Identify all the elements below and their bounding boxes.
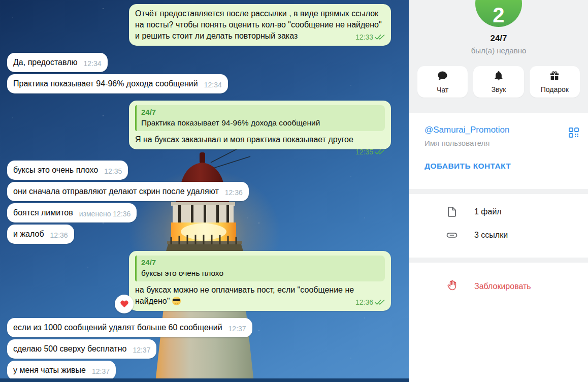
gift-icon <box>549 70 560 83</box>
message-bubble-outgoing[interactable]: 24/7буксы это очень плохона буксах можно… <box>129 251 391 311</box>
message-row: боятся лимитовизменено 12:36 <box>7 203 137 222</box>
message-bubble-outgoing[interactable]: 24/7Практика показывает 94-96% дохода со… <box>129 101 391 149</box>
shared-media-row[interactable]: 1 файл <box>409 200 588 224</box>
chat-icon <box>437 70 448 83</box>
message-text: Да, предоставлю <box>13 58 77 67</box>
message-text: и жалоб <box>13 230 44 238</box>
media-label: 1 файл <box>474 207 502 216</box>
action-label: Звук <box>492 85 506 93</box>
shared-media-row[interactable]: 3 ссылки <box>409 224 588 247</box>
message-meta: 12:36 <box>355 298 385 306</box>
section-divider <box>409 189 588 194</box>
message-text: если из 1000 сообщений удалят больше 60 … <box>13 323 222 332</box>
section-divider <box>409 258 588 263</box>
message-meta: 12:37 <box>228 325 246 333</box>
link-icon <box>446 229 458 241</box>
message-bubble-incoming[interactable]: Практика показывает 94-96% дохода сообще… <box>7 74 228 93</box>
message-text: Отчёт предоставляется после рассылки , в… <box>135 9 382 40</box>
message-text: Практика показывает 94-96% дохода сообще… <box>13 79 198 88</box>
chat-area: Отчёт предоставляется после рассылки , в… <box>0 0 409 382</box>
message-list: Отчёт предоставляется после рассылки , в… <box>0 0 409 382</box>
profile-actions: ЧатЗвукПодарок <box>409 66 588 98</box>
message-row: буксы это очень плохо12:35 <box>7 161 128 180</box>
sunglasses-emoji <box>172 297 181 305</box>
bell-icon <box>493 70 504 83</box>
message-time: 12:37 <box>228 325 246 333</box>
message-time: 12:35 <box>355 148 373 156</box>
avatar[interactable]: 2 <box>475 0 522 27</box>
message-row: у меня чаты живые12:37 <box>7 361 116 380</box>
message-time: 12:34 <box>204 81 222 89</box>
quote-text: буксы это очень плохо <box>141 268 380 278</box>
quote-author: 24/7 <box>141 107 380 117</box>
message-row: Практика показывает 94-96% дохода сообще… <box>7 74 228 93</box>
message-meta: 12:34 <box>83 59 101 68</box>
message-meta: 12:37 <box>92 367 110 375</box>
action-label: Чат <box>437 86 448 94</box>
reply-quote[interactable]: 24/7буксы это очень плохо <box>135 256 385 281</box>
message-row: и жалоб12:36 <box>7 225 74 244</box>
profile-name: 24/7 <box>409 34 588 44</box>
profile-panel: 2 24/7 был(а) недавно ЧатЗвукПодарок @Sa… <box>409 0 588 382</box>
profile-status: был(а) недавно <box>409 46 588 55</box>
message-time: 12:36 <box>355 298 373 306</box>
username-link[interactable]: @Samurai_Promotion <box>424 125 560 135</box>
message-meta: 12:36 <box>225 188 243 197</box>
message-time: 12:37 <box>92 367 110 375</box>
message-bubble-incoming[interactable]: если из 1000 сообщений удалят больше 60 … <box>7 318 252 337</box>
message-bubble-incoming[interactable]: сделаю 500 сверху бесплатно12:37 <box>7 339 156 359</box>
message-text: сделаю 500 сверху бесплатно <box>13 344 126 353</box>
profile-header: 2 24/7 был(а) недавно ЧатЗвукПодарок <box>409 0 588 113</box>
username-section: @Samurai_Promotion Имя пользователя ДОБА… <box>409 113 588 189</box>
add-contact-button[interactable]: ДОБАВИТЬ КОНТАКТ <box>424 162 511 171</box>
message-time: 12:37 <box>133 346 150 354</box>
block-user-button[interactable]: Заблокировать <box>409 275 588 298</box>
qr-code-icon[interactable] <box>567 125 581 141</box>
message-bubble-incoming[interactable]: и жалоб12:36 <box>7 225 74 244</box>
message-meta: 12:35 <box>355 148 385 156</box>
message-bubble-outgoing[interactable]: Отчёт предоставляется после рассылки , в… <box>129 4 391 46</box>
message-row: Отчёт предоставляется после рассылки , в… <box>129 4 391 46</box>
reply-quote[interactable]: 24/7Практика показывает 94-96% дохода со… <box>135 105 385 131</box>
message-bubble-incoming[interactable]: они сначала отправляют делают скрин посл… <box>7 182 249 201</box>
message-meta: 12:33 <box>355 33 385 41</box>
message-text: они сначала отправляют делают скрин посл… <box>13 187 219 196</box>
telegram-app: Отчёт предоставляется после рассылки , в… <box>0 0 588 382</box>
message-time: 12:36 <box>225 188 243 197</box>
block-label: Заблокировать <box>474 282 531 291</box>
file-icon <box>446 206 458 218</box>
sea-horizon <box>0 378 409 382</box>
message-text: на буксах можно не оплачивать пост, если… <box>135 285 354 305</box>
message-row: 24/7Практика показывает 94-96% дохода со… <box>129 101 391 153</box>
shared-media-section: 1 файл3 ссылки <box>409 194 588 258</box>
message-bubble-incoming[interactable]: буксы это очень плохо12:35 <box>7 161 128 180</box>
message-bubble-incoming[interactable]: боятся лимитовизменено 12:36 <box>7 203 137 222</box>
message-time: 12:35 <box>104 167 122 175</box>
read-checkmarks-icon <box>373 33 385 41</box>
username-label: Имя пользователя <box>424 139 560 147</box>
message-meta: 12:34 <box>204 81 222 89</box>
profile-action-звук[interactable]: Звук <box>473 66 524 98</box>
message-time: 12:36 <box>50 231 68 239</box>
message-row: если из 1000 сообщений удалят больше 60 … <box>7 318 252 337</box>
block-section: Заблокировать <box>409 263 588 382</box>
message-text: у меня чаты живые <box>13 366 86 374</box>
message-meta: 12:36 <box>50 231 68 239</box>
message-text: буксы это очень плохо <box>13 166 98 174</box>
message-meta: изменено 12:36 <box>79 210 131 218</box>
message-row: сделаю 500 сверху бесплатно12:37 <box>7 339 156 359</box>
message-time: изменено 12:36 <box>79 210 131 218</box>
message-text: боятся лимитов <box>13 208 73 217</box>
profile-action-подарок[interactable]: Подарок <box>530 66 580 98</box>
message-row: 24/7буксы это очень плохона буксах можно… <box>129 251 391 311</box>
heart-reaction[interactable] <box>115 295 134 313</box>
message-row: Да, предоставлю12:34 <box>7 53 108 72</box>
message-bubble-incoming[interactable]: у меня чаты живые12:37 <box>7 361 116 380</box>
profile-action-чат[interactable]: Чат <box>417 66 468 98</box>
quote-author: 24/7 <box>141 258 380 268</box>
message-bubble-incoming[interactable]: Да, предоставлю12:34 <box>7 53 108 72</box>
read-checkmarks-icon <box>373 148 385 156</box>
message-meta: 12:35 <box>104 167 122 175</box>
action-label: Подарок <box>541 85 569 93</box>
heart-icon <box>120 301 128 308</box>
